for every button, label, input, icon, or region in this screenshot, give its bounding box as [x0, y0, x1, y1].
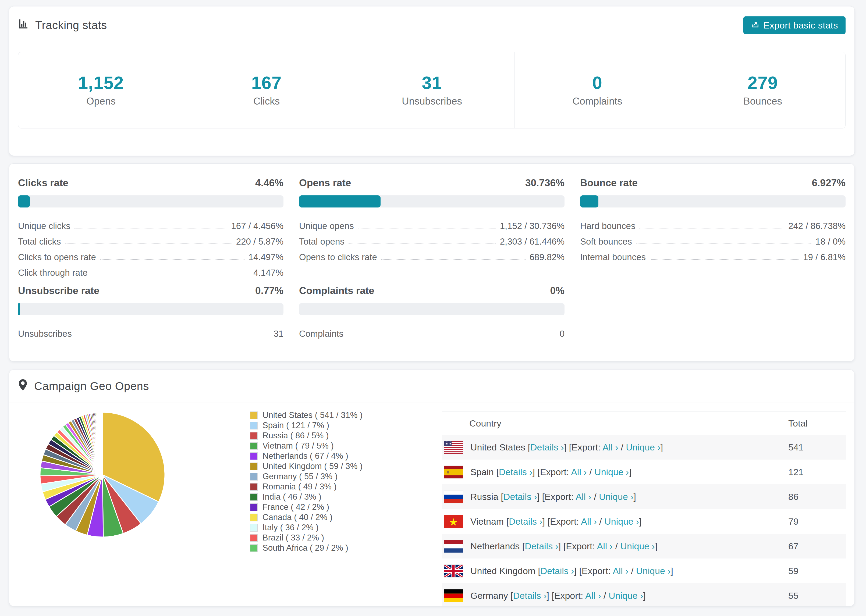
geo-opens-table: Country Total United States [Details ›] …	[442, 412, 846, 606]
legend-swatch	[250, 514, 258, 522]
legend-item-united-states[interactable]: United States ( 541 / 31% )	[250, 410, 362, 420]
detail-value: 19 / 6.81%	[803, 252, 846, 262]
legend-swatch	[250, 524, 258, 532]
legend-item-vietnam[interactable]: Vietnam ( 79 / 5% )	[250, 441, 362, 451]
export-unique-link[interactable]: Unique ›	[609, 591, 643, 601]
geo-table-row-netherlands: Netherlands [Details ›] [Export: All › /…	[442, 534, 846, 558]
export-prefix: ] [Export:	[558, 541, 597, 551]
legend-swatch	[250, 412, 258, 419]
legend-item-canada[interactable]: Canada ( 40 / 2% )	[250, 512, 362, 522]
link-separator: /	[587, 467, 594, 477]
details-link[interactable]: Details ›	[525, 541, 558, 551]
export-all-link[interactable]: All ›	[597, 541, 613, 551]
geo-table-row-russia: Russia [Details ›] [Export: All › / Uniq…	[442, 484, 846, 509]
export-all-link[interactable]: All ›	[585, 591, 601, 601]
summary-stat-bounces: 279Bounces	[680, 52, 845, 128]
rate-title: Complaints rate	[299, 285, 375, 297]
export-all-link[interactable]: All ›	[612, 566, 628, 576]
details-link[interactable]: Details ›	[540, 566, 574, 576]
legend-item-india[interactable]: India ( 46 / 3% )	[250, 492, 362, 502]
legend-label: United Kingdom ( 59 / 3% )	[263, 462, 362, 471]
export-unique-link[interactable]: Unique ›	[620, 541, 655, 551]
legend-label: France ( 42 / 2% )	[263, 502, 329, 512]
rate-block-opens-rate: Opens rate30.736%Unique opens1,152 / 30.…	[299, 177, 565, 278]
details-link[interactable]: Details ›	[513, 591, 547, 601]
dotted-leader	[358, 228, 496, 228]
export-unique-link[interactable]: Unique ›	[626, 442, 661, 452]
legend-item-russia[interactable]: Russia ( 86 / 5% )	[250, 431, 362, 441]
legend-item-brazil[interactable]: Brazil ( 33 / 2% )	[250, 533, 362, 543]
legend-swatch	[250, 544, 258, 552]
closing-bracket: ]	[639, 516, 641, 526]
export-unique-link[interactable]: Unique ›	[636, 566, 671, 576]
legend-label: India ( 46 / 3% )	[263, 492, 321, 502]
geo-opens-header: Campaign Geo Opens	[9, 370, 855, 402]
rate-detail-rows: Unique clicks167 / 4.456%Total clicks220…	[18, 215, 283, 278]
details-link[interactable]: Details ›	[499, 467, 532, 477]
legend-swatch	[250, 452, 258, 460]
detail-label: Internal bounces	[580, 252, 646, 262]
summary-stat-opens: 1,152Opens	[18, 52, 184, 128]
dotted-leader	[76, 336, 269, 336]
dotted-leader	[636, 244, 811, 244]
legend-item-netherlands[interactable]: Netherlands ( 67 / 4% )	[250, 451, 362, 461]
dotted-leader	[348, 336, 556, 336]
legend-item-romania[interactable]: Romania ( 49 / 3% )	[250, 482, 362, 492]
stat-value: 31	[422, 73, 442, 92]
export-prefix: ] [Export:	[574, 566, 613, 576]
legend-item-france[interactable]: France ( 42 / 2% )	[250, 502, 362, 512]
detail-value: 689.82%	[529, 252, 565, 262]
summary-stat-clicks: 167Clicks	[184, 52, 349, 128]
export-prefix: ] [Export:	[537, 492, 576, 502]
legend-item-germany[interactable]: Germany ( 55 / 3% )	[250, 471, 362, 482]
country-cell-text: United Kingdom [Details ›] [Export: All …	[471, 566, 673, 576]
link-separator: /	[597, 516, 604, 526]
detail-value: 242 / 86.738%	[788, 221, 846, 231]
export-prefix: ] [Export:	[532, 467, 571, 477]
rate-detail-clicks-to-opens-rate: Clicks to opens rate14.497%	[18, 247, 283, 262]
rate-header: Opens rate30.736%	[299, 177, 565, 189]
stat-value: 0	[592, 73, 602, 92]
detail-value: 14.497%	[249, 252, 283, 262]
closing-bracket: ]	[655, 541, 657, 551]
rate-progress-track	[299, 195, 565, 207]
details-link[interactable]: Details ›	[504, 492, 537, 502]
rate-block-complaints-rate: Complaints rate0%Complaints0	[299, 285, 565, 339]
total-column-header: Total	[788, 418, 808, 429]
dotted-leader	[65, 244, 232, 244]
vietnam-flag-icon	[444, 515, 463, 528]
pie-slice-other[interactable]	[102, 412, 102, 475]
legend-item-spain[interactable]: Spain ( 121 / 7% )	[250, 420, 362, 431]
country-name: United States [	[471, 442, 531, 452]
export-unique-link[interactable]: Unique ›	[594, 467, 629, 477]
header-divider	[9, 44, 855, 44]
link-separator: /	[601, 591, 609, 601]
export-all-link[interactable]: All ›	[571, 467, 587, 477]
rate-detail-rows: Hard bounces242 / 86.738%Soft bounces18 …	[580, 215, 846, 262]
export-unique-link[interactable]: Unique ›	[604, 516, 639, 526]
netherlands-flag-icon	[444, 540, 463, 553]
detail-value: 4.147%	[254, 268, 283, 278]
rate-block-unsubscribe-rate: Unsubscribe rate0.77%Unsubscribes31	[18, 285, 283, 339]
country-cell-text: Vietnam [Details ›] [Export: All › / Uni…	[471, 516, 641, 527]
geo-opens-card: Campaign Geo Opens United States ( 541 /…	[9, 369, 855, 606]
export-basic-stats-button[interactable]: Export basic stats	[743, 16, 846, 34]
country-cell-text: Spain [Details ›] [Export: All › / Uniqu…	[471, 467, 631, 477]
stat-value: 279	[747, 73, 778, 92]
export-all-link[interactable]: All ›	[602, 442, 618, 452]
export-all-link[interactable]: All ›	[581, 516, 597, 526]
legend-item-south-africa[interactable]: South Africa ( 29 / 2% )	[250, 543, 362, 553]
export-unique-link[interactable]: Unique ›	[599, 492, 634, 502]
rates-grid: Clicks rate4.46%Unique clicks167 / 4.456…	[9, 164, 855, 339]
details-link[interactable]: Details ›	[509, 516, 542, 526]
legend-item-italy[interactable]: Italy ( 36 / 2% )	[250, 522, 362, 533]
details-link[interactable]: Details ›	[531, 442, 564, 452]
export-all-link[interactable]: All ›	[576, 492, 591, 502]
legend-item-united-kingdom[interactable]: United Kingdom ( 59 / 3% )	[250, 461, 362, 471]
export-prefix: ] [Export:	[546, 591, 585, 601]
rate-detail-rows: Unsubscribes31	[18, 323, 283, 339]
legend-swatch	[250, 462, 258, 470]
geo-table-row-germany: Germany [Details ›] [Export: All › / Uni…	[442, 583, 846, 606]
rate-header: Complaints rate0%	[299, 285, 565, 297]
rate-title: Bounce rate	[580, 177, 638, 189]
